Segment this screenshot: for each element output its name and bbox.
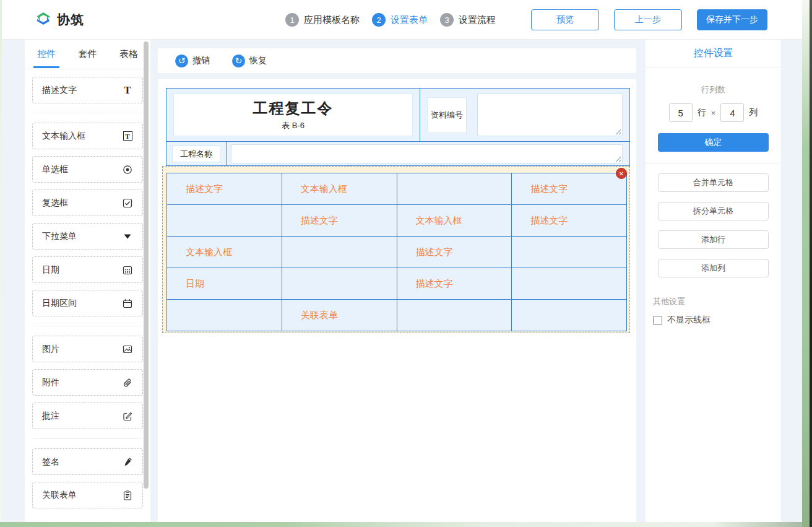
form-title-cell[interactable]: 工程复工令 表 B-6 (166, 89, 420, 141)
calendar-icon (122, 264, 133, 276)
grid-cell[interactable]: 文本输入框 (282, 173, 397, 205)
tab-controls[interactable]: 控件 (33, 40, 59, 68)
widget-item-attachment[interactable]: 附件 (32, 369, 143, 396)
window-edge-right (802, 0, 810, 527)
tab-kits[interactable]: 套件 (75, 40, 101, 68)
grid-cell[interactable]: 文本输入框 (167, 237, 282, 268)
grid-cell[interactable]: 描述文字 (397, 237, 512, 268)
grid-cell[interactable]: 描述文字 (397, 268, 512, 300)
widget-item-text-input[interactable]: 文本输入框 T (32, 123, 143, 149)
grid-cell[interactable]: 关联表单 (282, 300, 397, 331)
resize-handle-icon[interactable] (615, 129, 621, 134)
grid-cell[interactable] (512, 300, 627, 331)
grid-cell[interactable] (397, 173, 512, 205)
widget-item-signature[interactable]: 签名 (32, 448, 143, 475)
widget-item-annotation[interactable]: 批注 (32, 403, 143, 429)
settings-panel-title: 控件设置 (646, 40, 781, 68)
add-row-button[interactable]: 添加行 (658, 230, 769, 249)
project-name-input-cell[interactable] (227, 142, 629, 166)
confirm-button[interactable]: 确定 (658, 133, 769, 152)
hide-border-label[interactable]: 不显示线框 (667, 315, 710, 326)
logo-icon (35, 10, 52, 30)
top-header: 协筑 1 应用模板名称 2 设置表单 3 设置流程 预览 上一步 保存并下一步 (2, 0, 802, 40)
project-name-label-cell[interactable]: 工程名称 (166, 142, 227, 166)
widget-item-description-text[interactable]: 描述文字 T (32, 77, 143, 103)
save-next-button[interactable]: 保存并下一步 (697, 9, 767, 30)
grid-cell[interactable] (282, 237, 397, 268)
redo-icon: ↻ (232, 54, 245, 68)
add-column-button[interactable]: 添加列 (658, 259, 769, 277)
widget-separator (33, 438, 142, 439)
redo-button[interactable]: ↻ 恢复 (232, 54, 267, 68)
grid-cell[interactable] (167, 300, 282, 331)
rowcol-inputs: 行 × 列 (646, 103, 781, 122)
checkbox-icon (122, 198, 133, 209)
widget-item-radio[interactable]: 单选框 (32, 156, 143, 183)
app-window: 协筑 1 应用模板名称 2 设置表单 3 设置流程 预览 上一步 保存并下一步 … (0, 0, 812, 527)
cols-input[interactable] (720, 103, 744, 122)
linked-form-icon (122, 490, 133, 501)
calendar-range-icon (122, 298, 133, 309)
grid-row: 描述文字 文本输入框 描述文字 (167, 205, 627, 237)
dropdown-icon (122, 231, 133, 242)
doc-no-label-cell[interactable]: 资料编号 (420, 89, 473, 141)
project-name-textarea[interactable] (231, 144, 623, 163)
grid-cell[interactable] (512, 268, 627, 300)
annotation-icon (122, 411, 133, 422)
grid-row: 文本输入框 描述文字 (167, 237, 627, 268)
resize-handle-icon[interactable] (615, 156, 621, 162)
grid-cell[interactable] (397, 300, 512, 331)
doc-no-input-cell[interactable] (473, 89, 629, 141)
widget-item-checkbox[interactable]: 复选框 (32, 189, 143, 216)
step-1-label: 应用模板名称 (304, 14, 360, 26)
step-3-indicator: 3 (440, 13, 454, 27)
logo-text: 协筑 (57, 11, 84, 28)
widget-separator (33, 326, 142, 326)
grid-cell[interactable]: 描述文字 (167, 173, 282, 205)
doc-no-textarea[interactable] (477, 94, 623, 136)
widget-item-date[interactable]: 日期 (32, 256, 143, 283)
form-header-block[interactable]: 工程复工令 表 B-6 资料编号 工程名称 (166, 88, 630, 166)
header-actions: 预览 上一步 保存并下一步 (531, 9, 767, 30)
grid-cell[interactable] (167, 205, 282, 237)
delete-grid-icon[interactable]: ✕ (616, 168, 627, 179)
rows-input[interactable] (669, 103, 693, 122)
project-name-label: 工程名称 (172, 146, 220, 162)
grid-row: 描述文字 文本输入框 描述文字 (167, 173, 627, 205)
grid-cell[interactable]: 描述文字 (512, 173, 627, 205)
logo: 协筑 (35, 10, 84, 30)
settings-panel: 控件设置 行列数 行 × 列 确定 合并单元格 拆分单元格 添加行 添加列 其他… (646, 40, 781, 522)
grid-cell[interactable]: 描述文字 (512, 205, 627, 237)
text-icon: T (122, 85, 133, 96)
sidebar-scrollbar[interactable] (144, 41, 149, 489)
widget-item-dropdown[interactable]: 下拉菜单 (32, 223, 143, 250)
merge-cells-button[interactable]: 合并单元格 (658, 173, 769, 192)
grid-cell[interactable]: 日期 (167, 268, 282, 300)
cols-unit-label: 列 (749, 107, 758, 118)
step-2-indicator: 2 (372, 13, 386, 27)
form-header-row2: 工程名称 (166, 141, 629, 166)
preview-button[interactable]: 预览 (531, 9, 599, 30)
widget-separator (33, 113, 142, 113)
widget-item-image[interactable]: 图片 (32, 336, 143, 362)
grid-cell[interactable]: 描述文字 (282, 205, 397, 237)
selected-grid-block[interactable]: ✕ 描述文字 文本输入框 描述文字 描述文字 文本输入框 描述文字 (162, 166, 630, 333)
grid-cell[interactable]: 文本输入框 (397, 205, 512, 237)
grid-cell[interactable] (512, 237, 627, 268)
grid-cell[interactable] (282, 268, 397, 300)
hide-border-checkbox[interactable] (653, 316, 662, 325)
tab-tables[interactable]: 表格 (116, 40, 142, 68)
form-subtitle: 表 B-6 (282, 120, 304, 131)
prev-step-button[interactable]: 上一步 (614, 9, 682, 30)
rows-unit-label: 行 (698, 107, 706, 118)
widget-list: 描述文字 T 文本输入框 T 单选框 复选框 下拉菜 (25, 69, 150, 508)
step-1: 1 应用模板名称 (285, 13, 360, 27)
undo-button[interactable]: ↺ 撤销 (175, 54, 210, 68)
widget-item-linked-form[interactable]: 关联表单 (32, 482, 143, 508)
widget-item-date-range[interactable]: 日期区间 (32, 290, 143, 316)
signature-icon (122, 456, 133, 468)
step-2: 2 设置表单 (372, 13, 428, 27)
input-box-icon: T (122, 131, 133, 142)
split-cells-button[interactable]: 拆分单元格 (658, 202, 769, 220)
form-title: 工程复工令 (253, 98, 334, 118)
